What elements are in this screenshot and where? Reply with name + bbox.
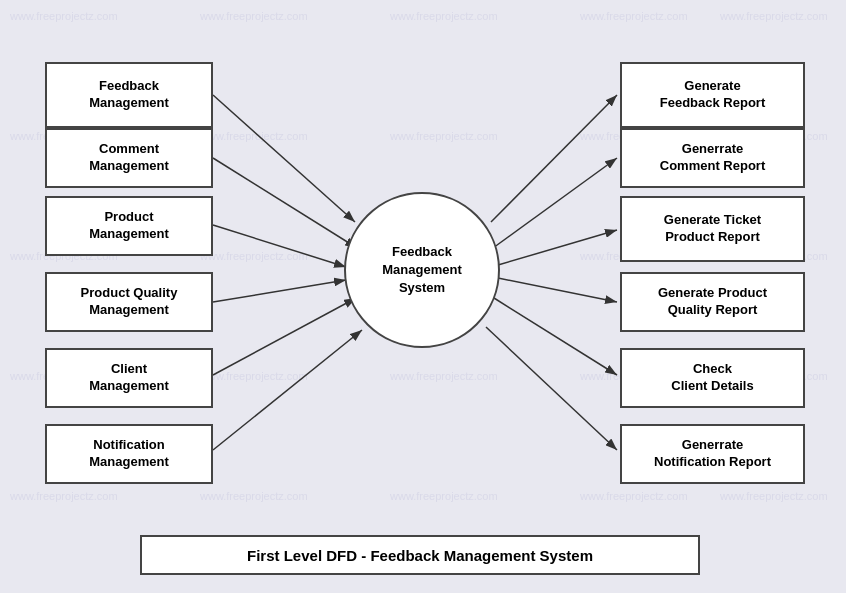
diagram-title: First Level DFD - Feedback Management Sy…	[140, 535, 700, 575]
svg-line-1	[213, 95, 355, 222]
watermark: www.freeprojectz.com	[200, 10, 308, 22]
watermark: www.freeprojectz.com	[200, 370, 308, 382]
generate-product-quality-report-box: Generate ProductQuality Report	[620, 272, 805, 332]
watermark: www.freeprojectz.com	[580, 10, 688, 22]
watermark: www.freeprojectz.com	[720, 10, 828, 22]
client-management-box: ClientManagement	[45, 348, 213, 408]
watermark: www.freeprojectz.com	[200, 250, 308, 262]
svg-line-12	[486, 327, 617, 450]
watermark: www.freeprojectz.com	[390, 490, 498, 502]
svg-line-5	[213, 298, 356, 375]
generate-ticket-product-report-box: Generate TicketProduct Report	[620, 196, 805, 262]
svg-line-3	[213, 225, 346, 267]
watermark: www.freeprojectz.com	[10, 490, 118, 502]
watermark: www.freeprojectz.com	[720, 490, 828, 502]
svg-line-10	[498, 278, 617, 302]
watermark: www.freeprojectz.com	[200, 490, 308, 502]
check-client-details-box: CheckClient Details	[620, 348, 805, 408]
center-circle: FeedbackManagementSystem	[344, 192, 500, 348]
svg-line-2	[213, 158, 357, 248]
svg-line-8	[493, 158, 617, 248]
product-quality-management-box: Product QualityManagement	[45, 272, 213, 332]
watermark: www.freeprojectz.com	[390, 10, 498, 22]
svg-line-9	[498, 230, 617, 265]
notification-management-box: NotificationManagement	[45, 424, 213, 484]
generate-notification-report-box: GenerrateNotification Report	[620, 424, 805, 484]
comment-management-box: CommentManagement	[45, 128, 213, 188]
product-management-box: ProductManagement	[45, 196, 213, 256]
svg-line-4	[213, 280, 346, 302]
feedback-management-box: FeedbackManagement	[45, 62, 213, 128]
generate-comment-report-box: GenerrateComment Report	[620, 128, 805, 188]
svg-line-11	[494, 298, 617, 375]
generate-feedback-report-box: GenerateFeedback Report	[620, 62, 805, 128]
watermark: www.freeprojectz.com	[390, 130, 498, 142]
diagram-container: www.freeprojectz.com www.freeprojectz.co…	[0, 0, 846, 593]
watermark: www.freeprojectz.com	[200, 130, 308, 142]
watermark: www.freeprojectz.com	[390, 370, 498, 382]
svg-line-7	[491, 95, 617, 222]
watermark: www.freeprojectz.com	[10, 10, 118, 22]
watermark: www.freeprojectz.com	[580, 490, 688, 502]
svg-line-6	[213, 330, 362, 450]
